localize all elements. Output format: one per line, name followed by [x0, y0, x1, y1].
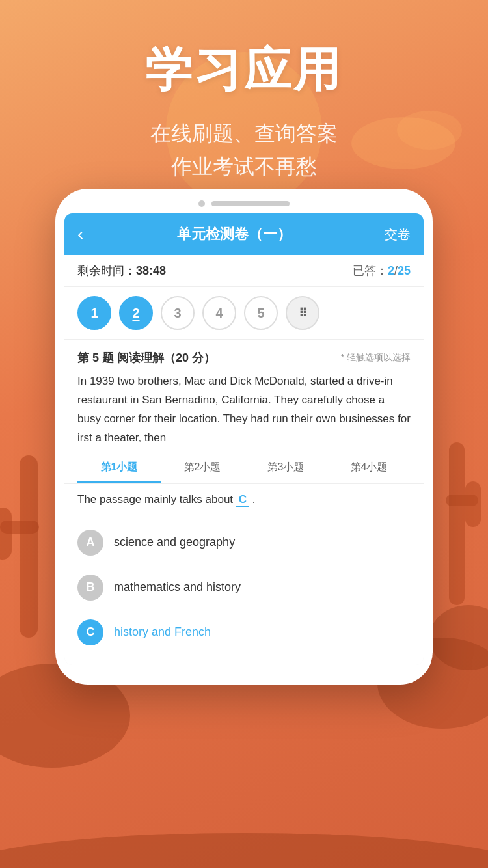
submit-button[interactable]: 交卷: [385, 226, 411, 243]
q-num-grid[interactable]: ⠿: [286, 296, 319, 330]
choice-c-circle: C: [77, 619, 103, 645]
choice-b[interactable]: B mathematics and history: [77, 565, 411, 610]
sub-tab-3[interactable]: 第3小题: [244, 454, 327, 483]
svg-rect-9: [449, 442, 465, 605]
answer-blank: C: [236, 493, 249, 507]
timer-display: 剩余时间：38:48: [77, 263, 166, 278]
question-numbers: 1 2 3 4 5 ⠿: [64, 287, 424, 340]
choice-a-label: science and geography: [114, 536, 235, 549]
svg-point-12: [0, 833, 488, 868]
phone-notch: [64, 200, 424, 207]
q-num-1[interactable]: 1: [77, 296, 111, 330]
subtitle-line2: 作业考试不再愁: [0, 150, 488, 183]
svg-rect-3: [20, 455, 38, 638]
svg-rect-10: [446, 495, 478, 506]
svg-rect-11: [465, 481, 481, 527]
question-prompt: The passage mainly talks about C .: [64, 484, 424, 515]
choice-a-circle: A: [77, 530, 103, 556]
q-num-5[interactable]: 5: [244, 296, 278, 330]
sub-tab-4[interactable]: 第4小题: [327, 454, 411, 483]
q-num-2[interactable]: 2: [119, 296, 153, 330]
choice-c[interactable]: C history and French: [77, 610, 411, 655]
choice-b-circle: B: [77, 575, 103, 601]
svg-point-8: [429, 605, 488, 670]
svg-rect-5: [0, 508, 12, 560]
phone-mockup: ‹ 单元检测卷（一） 交卷 剩余时间：38:48 已答：2/25 1 2 3 4…: [55, 189, 433, 685]
app-header: ‹ 单元检测卷（一） 交卷: [64, 213, 424, 255]
answered-count: 已答：2/25: [353, 263, 411, 278]
subtitle-line1: 在线刷题、查询答案: [0, 117, 488, 150]
question-header: 第 5 题 阅读理解（20 分） * 轻触选项以选择: [77, 350, 411, 366]
question-hint: * 轻触选项以选择: [341, 352, 411, 364]
sub-question-tabs: 第1小题 第2小题 第3小题 第4小题: [64, 454, 424, 484]
phone-dot: [198, 200, 205, 207]
exam-title: 单元检测卷（一）: [177, 224, 291, 244]
passage-text: In 1939 two brothers, Mac and Dick McDon…: [77, 372, 411, 448]
phone-status-bar: [211, 201, 290, 206]
app-screen: ‹ 单元检测卷（一） 交卷 剩余时间：38:48 已答：2/25 1 2 3 4…: [64, 213, 424, 665]
app-title: 学习应用: [0, 39, 488, 102]
sub-tab-1[interactable]: 第1小题: [77, 454, 161, 483]
svg-rect-4: [0, 521, 39, 534]
timer-row: 剩余时间：38:48 已答：2/25: [64, 255, 424, 287]
choice-b-label: mathematics and history: [114, 580, 241, 594]
q-num-3[interactable]: 3: [161, 296, 195, 330]
question-content: 第 5 题 阅读理解（20 分） * 轻触选项以选择 In 1939 two b…: [64, 340, 424, 454]
back-button[interactable]: ‹: [77, 224, 83, 245]
answer-choices: A science and geography B mathematics an…: [64, 515, 424, 665]
choice-a[interactable]: A science and geography: [77, 521, 411, 565]
choice-c-label: history and French: [114, 625, 211, 639]
q-num-4[interactable]: 4: [202, 296, 236, 330]
sub-tab-2[interactable]: 第2小题: [161, 454, 244, 483]
question-title: 第 5 题 阅读理解（20 分）: [77, 350, 215, 366]
